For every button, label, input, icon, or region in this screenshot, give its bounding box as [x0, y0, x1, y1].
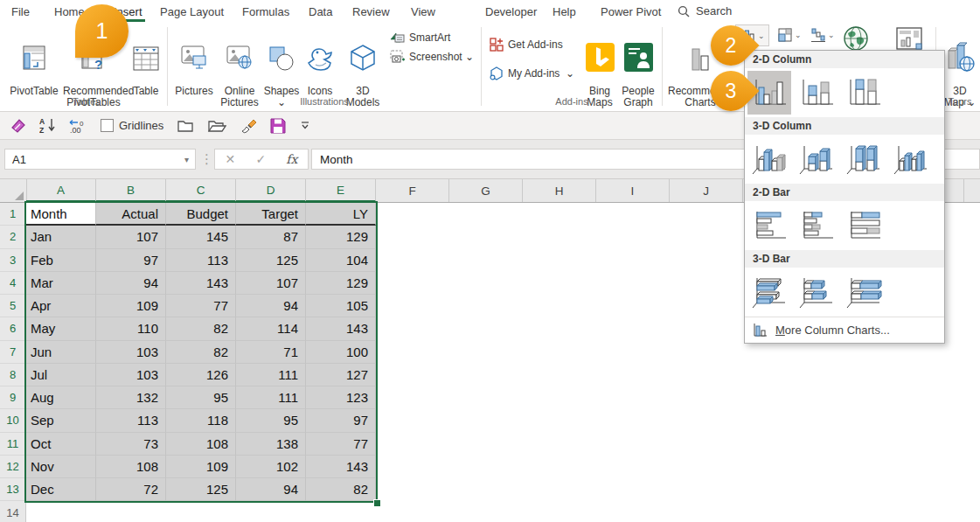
- cell-C9[interactable]: 95: [166, 386, 236, 409]
- decrease-decimal-button[interactable]: 0 .00: [69, 118, 87, 134]
- 3d-column-option[interactable]: [889, 137, 933, 181]
- cell-B1[interactable]: Actual: [96, 203, 166, 226]
- 100-stacked-column-option[interactable]: [842, 71, 886, 115]
- eraser-button[interactable]: [9, 118, 26, 133]
- qat-overflow-button[interactable]: [299, 121, 311, 131]
- cell-C5[interactable]: 77: [166, 295, 236, 317]
- save-button[interactable]: [270, 118, 286, 134]
- row-header-3[interactable]: 3: [0, 249, 26, 272]
- stacked-bar-option[interactable]: [795, 204, 838, 247]
- cell-B5[interactable]: 109: [96, 295, 166, 317]
- row-header-9[interactable]: 9: [0, 386, 26, 409]
- pivotchart-button[interactable]: [895, 26, 923, 51]
- name-box-dropdown-icon[interactable]: ▾: [184, 155, 195, 164]
- insert-hierarchy-chart-button[interactable]: ⌄: [778, 28, 802, 42]
- cell-D11[interactable]: 138: [236, 433, 306, 456]
- cell-C2[interactable]: 145: [166, 226, 236, 248]
- cell-C7[interactable]: 82: [166, 341, 236, 364]
- cell-E7[interactable]: 100: [306, 341, 376, 364]
- cell-A2[interactable]: Jan: [26, 226, 96, 248]
- insert-map-chart-button[interactable]: [843, 25, 869, 52]
- cell-C12[interactable]: 109: [166, 456, 236, 478]
- tab-developer[interactable]: Developer: [485, 5, 537, 18]
- more-column-charts-item[interactable]: More Column Charts...: [745, 317, 944, 343]
- row-header-2[interactable]: 2: [0, 226, 26, 248]
- select-all-corner[interactable]: [0, 179, 27, 202]
- cell-C3[interactable]: 113: [166, 249, 236, 272]
- cell-B2[interactable]: 107: [96, 226, 166, 248]
- insert-function-button[interactable]: fx: [286, 152, 297, 166]
- cell-C1[interactable]: Budget: [166, 203, 236, 226]
- cell-A8[interactable]: Jul: [26, 364, 96, 386]
- cell-D3[interactable]: 125: [236, 249, 306, 272]
- gridlines-checkbox[interactable]: [101, 119, 114, 132]
- cell-B10[interactable]: 113: [96, 409, 166, 432]
- 3d-100-stacked-column-option[interactable]: [842, 137, 886, 181]
- row-header-5[interactable]: 5: [0, 295, 26, 317]
- cell-D7[interactable]: 71: [236, 341, 306, 364]
- cell-E9[interactable]: 123: [306, 386, 376, 409]
- icons-button[interactable]: Icons: [302, 27, 337, 97]
- cell-B6[interactable]: 110: [96, 317, 166, 340]
- clustered-bar-option[interactable]: [747, 204, 791, 247]
- cell-D10[interactable]: 95: [236, 409, 306, 432]
- cell-A10[interactable]: Sep: [26, 409, 96, 432]
- column-header-C[interactable]: C: [166, 179, 236, 202]
- stacked-column-option[interactable]: [795, 71, 838, 115]
- cell-C10[interactable]: 118: [166, 409, 236, 432]
- tab-file[interactable]: File: [11, 5, 30, 18]
- column-header-J[interactable]: J: [670, 179, 743, 202]
- cancel-icon[interactable]: ✕: [226, 152, 236, 166]
- cell-A6[interactable]: May: [26, 317, 96, 340]
- cell-B11[interactable]: 73: [96, 433, 166, 456]
- insert-waterfall-chart-button[interactable]: ⌄: [811, 28, 835, 42]
- cell-B12[interactable]: 108: [96, 456, 166, 478]
- column-header-D[interactable]: D: [236, 179, 306, 202]
- column-header-H[interactable]: H: [523, 179, 596, 202]
- screenshot-button[interactable]: Screenshot ⌄: [390, 50, 474, 64]
- table-button[interactable]: Table: [128, 27, 164, 97]
- open-file-button[interactable]: [207, 119, 226, 133]
- fill-handle[interactable]: [373, 499, 381, 507]
- column-header-F[interactable]: F: [376, 179, 449, 202]
- name-box[interactable]: A1 ▾: [4, 149, 196, 170]
- cell-C11[interactable]: 108: [166, 433, 236, 456]
- cell-B9[interactable]: 132: [96, 386, 166, 409]
- formula-bar-grip-icon[interactable]: ⋮: [200, 151, 213, 167]
- 3d-stacked-bar-option[interactable]: [795, 270, 838, 314]
- cell-D13[interactable]: 94: [236, 478, 306, 501]
- cell-E3[interactable]: 104: [306, 249, 376, 272]
- cell-D8[interactable]: 111: [236, 364, 306, 386]
- 3d-clustered-bar-option[interactable]: [747, 270, 791, 314]
- column-header-E[interactable]: E: [306, 179, 376, 202]
- cell-A3[interactable]: Feb: [26, 249, 96, 272]
- tab-review[interactable]: Review: [352, 5, 390, 18]
- cell-B3[interactable]: 97: [96, 249, 166, 272]
- cell-C8[interactable]: 126: [166, 364, 236, 386]
- tab-view[interactable]: View: [411, 5, 435, 18]
- cell-B7[interactable]: 103: [96, 341, 166, 364]
- cell-D4[interactable]: 107: [236, 272, 306, 295]
- row-header-13[interactable]: 13: [0, 478, 26, 501]
- cell-B13[interactable]: 72: [96, 478, 166, 501]
- cell-E10[interactable]: 97: [306, 409, 376, 432]
- pictures-button[interactable]: Pictures: [173, 27, 215, 97]
- cell-A13[interactable]: Dec: [26, 478, 96, 501]
- cell-C6[interactable]: 82: [166, 317, 236, 340]
- row-header-4[interactable]: 4: [0, 272, 26, 295]
- 3d-100-stacked-bar-option[interactable]: [842, 270, 886, 314]
- cell-E5[interactable]: 105: [306, 295, 376, 317]
- my-add-ins-button[interactable]: My Add-ins ⌄: [490, 66, 574, 80]
- row-header-6[interactable]: 6: [0, 317, 26, 340]
- cell-A7[interactable]: Jun: [26, 341, 96, 364]
- cell-D9[interactable]: 111: [236, 386, 306, 409]
- cell-A11[interactable]: Oct: [26, 433, 96, 456]
- pivottable-button[interactable]: PivotTable: [9, 27, 59, 97]
- tab-page-layout[interactable]: Page Layout: [160, 5, 224, 18]
- row-header-1[interactable]: 1: [0, 203, 26, 226]
- row-header-7[interactable]: 7: [0, 341, 26, 364]
- cell-A4[interactable]: Mar: [26, 272, 96, 295]
- cell-D2[interactable]: 87: [236, 226, 306, 248]
- column-header-I[interactable]: I: [596, 179, 670, 202]
- cell-E4[interactable]: 129: [306, 272, 376, 295]
